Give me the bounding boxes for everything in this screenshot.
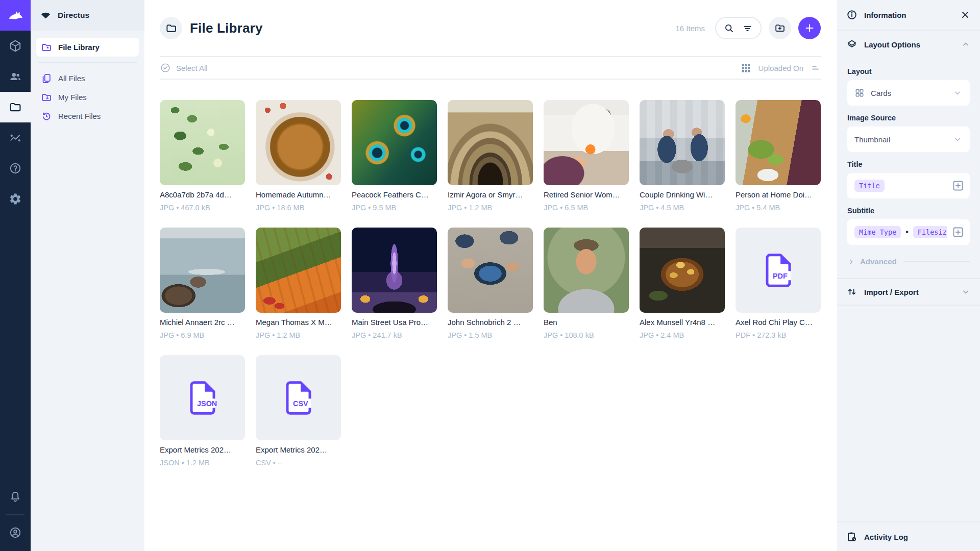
svg-text:PDF: PDF (773, 271, 788, 280)
file-card[interactable]: Peacock Feathers C… JPG • 9.5 MB (352, 100, 437, 213)
activity-log-label: Activity Log (864, 533, 908, 541)
file-meta: JPG • 241.7 kB (352, 330, 437, 340)
help-module-button[interactable] (0, 153, 31, 184)
file-thumbnail (160, 100, 245, 185)
new-folder-button[interactable] (769, 17, 791, 39)
nav-item-all-files[interactable]: All Files (36, 69, 139, 88)
advanced-divider (903, 261, 970, 262)
select-all-button[interactable]: Select All (160, 62, 208, 73)
file-thumbnail: PDF (736, 228, 821, 313)
file-title: Megan Thomas X M… (256, 317, 341, 328)
add-box-icon (952, 180, 964, 192)
insights-module-button[interactable] (0, 122, 31, 153)
notifications-button[interactable] (0, 482, 31, 512)
file-thumbnail (736, 100, 821, 185)
grid-view-icon (741, 63, 751, 73)
subtitle-field-input[interactable]: Mime Type • Filesize (847, 219, 970, 245)
file-meta: JSON • 1.2 MB (160, 458, 245, 468)
file-meta: JPG • 9.5 MB (352, 203, 437, 213)
chevron-right-icon (847, 258, 855, 266)
file-card[interactable]: PDF Axel Rod Chi Play C… PDF • 272.3 kB (736, 228, 821, 340)
search-icon (724, 23, 734, 34)
add-file-button[interactable] (798, 17, 821, 39)
file-thumbnail (352, 228, 437, 313)
file-card[interactable]: Ben JPG • 108.0 kB (544, 228, 629, 340)
file-card[interactable]: A8c0a7db 2b7a 4d… JPG • 467.0 kB (160, 100, 245, 213)
subtitle-separator: • (905, 228, 909, 237)
title-field-tag[interactable]: Title (854, 180, 885, 192)
file-meta: JPG • 1.2 MB (256, 330, 341, 340)
file-title: A8c0a7db 2b7a 4d… (160, 190, 245, 200)
import-export-accordion[interactable]: Import / Export (837, 278, 980, 306)
subtitle-mime-type-tag[interactable]: Mime Type (854, 226, 901, 238)
subtitle-add-field-button[interactable] (951, 226, 965, 239)
file-card[interactable]: Izmir Agora or Smyr… JPG • 1.2 MB (448, 100, 533, 213)
sort-direction-button[interactable] (811, 63, 821, 73)
advanced-toggle[interactable]: Advanced (847, 257, 970, 266)
layout-select[interactable]: Cards (847, 80, 970, 106)
info-sidebar-title: Information (864, 11, 906, 19)
nav-item-file-library[interactable]: File Library (36, 38, 139, 57)
file-title: Izmir Agora or Smyr… (448, 190, 533, 200)
image-source-select[interactable]: Thumbnail (847, 127, 970, 152)
sort-field-button[interactable]: Uploaded On (758, 64, 803, 72)
grid-view-button[interactable] (741, 63, 751, 73)
insights-icon (9, 131, 22, 144)
nav-item-label: All Files (58, 74, 85, 83)
page-title: File Library (190, 20, 263, 36)
select-all-label: Select All (176, 64, 208, 72)
pdf-file-icon: PDF (764, 254, 793, 287)
file-card[interactable]: John Schnobrich 2 … JPG • 1.5 MB (448, 228, 533, 340)
file-meta: JPG • 6.5 MB (544, 203, 629, 213)
chevron-down-icon (952, 134, 963, 144)
file-thumbnail (544, 100, 629, 185)
file-card[interactable]: Michiel Annaert 2rc … JPG • 6.9 MB (160, 228, 245, 340)
nav-item-recent-files[interactable]: Recent Files (36, 107, 139, 126)
folder-account-icon (41, 92, 52, 103)
file-card[interactable]: Retired Senior Wom… JPG • 6.5 MB (544, 100, 629, 213)
file-title: Export Metrics 202… (256, 445, 341, 455)
layout-options-body: Layout Cards Image Source Thumbnail Titl… (837, 58, 980, 266)
files-module-button[interactable] (0, 92, 31, 122)
close-sidebar-button[interactable] (960, 9, 971, 20)
filter-button[interactable] (742, 23, 753, 34)
chevron-down-icon (961, 287, 971, 297)
settings-module-button[interactable] (0, 184, 31, 214)
subtitle-filesize-tag[interactable]: Filesize (913, 226, 947, 238)
file-meta: CSV • -- (256, 458, 341, 468)
file-meta: JPG • 4.5 MB (640, 203, 725, 213)
users-module-button[interactable] (0, 61, 31, 92)
filter-icon (742, 23, 753, 34)
title-add-field-button[interactable] (951, 179, 965, 192)
file-card[interactable]: Megan Thomas X M… JPG • 1.2 MB (256, 228, 341, 340)
file-card[interactable]: Person at Home Doi… JPG • 5.4 MB (736, 100, 821, 213)
file-card[interactable]: Alex Munsell Yr4n8 … JPG • 2.4 MB (640, 228, 725, 340)
file-card[interactable]: Homemade Autumn… JPG • 18.6 MB (256, 100, 341, 213)
file-meta: JPG • 108.0 kB (544, 330, 629, 340)
search-button[interactable] (724, 23, 734, 34)
item-count: 16 Items (675, 24, 705, 33)
file-card[interactable]: Couple Drinking Wi… JPG • 4.5 MB (640, 100, 725, 213)
directus-logo-button[interactable] (0, 0, 31, 31)
title-field-input[interactable]: Title (847, 173, 970, 198)
layout-field-label: Layout (847, 67, 970, 76)
file-card[interactable]: CSV Export Metrics 202… CSV • -- (256, 355, 341, 468)
project-switcher[interactable]: Directus (31, 0, 144, 31)
image-source-select-value: Thumbnail (854, 135, 890, 144)
file-card[interactable]: JSON Export Metrics 202… JSON • 1.2 MB (160, 355, 245, 468)
layout-options-accordion[interactable]: Layout Options (837, 31, 980, 58)
file-thumbnail (640, 100, 725, 185)
import-export-title: Import / Export (864, 288, 919, 296)
nav-list: File Library All Files My Files Recent F… (31, 31, 144, 126)
module-bar (0, 0, 31, 551)
content-module-button[interactable] (0, 31, 31, 61)
image-source-field-label: Image Source (847, 114, 970, 122)
main-content: File Library 16 Items Select All (144, 0, 837, 551)
file-title: Peacock Feathers C… (352, 190, 437, 200)
chevron-up-icon (961, 39, 971, 49)
activity-log-button[interactable]: Activity Log (837, 521, 980, 551)
user-menu-button[interactable] (0, 517, 31, 548)
file-card[interactable]: Main Street Usa Pro… JPG • 241.7 kB (352, 228, 437, 340)
file-thumbnail (448, 228, 533, 313)
nav-item-my-files[interactable]: My Files (36, 88, 139, 107)
